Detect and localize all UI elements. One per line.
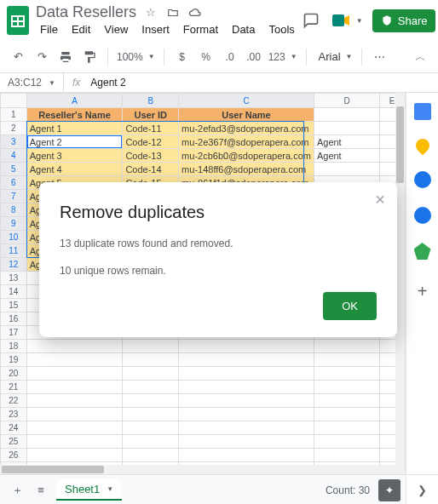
cell[interactable] (314, 394, 379, 408)
row-header[interactable]: 17 (1, 326, 27, 340)
cell[interactable] (179, 353, 314, 367)
cell[interactable] (314, 340, 379, 353)
cell[interactable] (26, 340, 123, 353)
cell[interactable] (179, 435, 314, 449)
all-sheets-icon[interactable]: ≡ (29, 478, 53, 502)
cell[interactable] (314, 163, 379, 176)
cell[interactable] (26, 435, 123, 449)
row-header[interactable]: 20 (1, 367, 27, 381)
row-header[interactable]: 2 (1, 122, 27, 135)
explore-icon[interactable]: ✦ (378, 479, 401, 501)
comment-history-icon[interactable] (301, 10, 321, 31)
sheets-logo[interactable] (7, 5, 29, 36)
cell[interactable] (123, 353, 179, 367)
keep-icon[interactable] (412, 136, 432, 156)
cell[interactable]: Agent 1 (26, 122, 123, 135)
side-panel-toggle-icon[interactable]: ❯ (406, 474, 438, 504)
row-header[interactable]: 25 (1, 435, 27, 449)
cell[interactable] (26, 381, 123, 394)
add-addon-icon[interactable]: + (418, 282, 428, 301)
cell[interactable] (179, 394, 314, 408)
menu-data[interactable]: Data (226, 21, 261, 37)
row-header[interactable]: 11 (1, 244, 27, 258)
cell[interactable]: Code-12 (123, 135, 179, 149)
cell[interactable]: Agent 2 (26, 135, 123, 149)
cell[interactable] (123, 421, 179, 435)
meet-icon[interactable]: ▼ (330, 9, 364, 32)
cell[interactable] (314, 449, 379, 462)
row-header[interactable]: 14 (1, 285, 27, 299)
cell[interactable]: mu-2cb6b0@sdoperapera.com (179, 149, 314, 163)
menu-view[interactable]: View (98, 21, 134, 37)
cell[interactable] (179, 421, 314, 435)
move-icon[interactable] (165, 5, 181, 20)
cell[interactable] (123, 381, 179, 394)
cell[interactable] (26, 408, 123, 421)
row-header[interactable]: 9 (1, 217, 27, 231)
cell[interactable] (26, 449, 123, 462)
row-header[interactable]: 26 (1, 449, 27, 462)
cell[interactable] (123, 408, 179, 421)
row-header[interactable]: 8 (1, 203, 27, 217)
row-header[interactable]: 6 (1, 176, 27, 190)
col-header-d[interactable]: D (314, 94, 379, 108)
cell[interactable] (314, 381, 379, 394)
row-header[interactable]: 12 (1, 258, 27, 272)
status-count[interactable]: Count: 30 (326, 484, 370, 496)
cell[interactable] (123, 340, 179, 353)
col-header-a[interactable]: A (26, 94, 123, 108)
font-selector[interactable]: Arial▼ (319, 50, 353, 63)
redo-icon[interactable]: ↷ (32, 48, 51, 66)
row-header[interactable]: 23 (1, 408, 27, 421)
row-header[interactable]: 15 (1, 299, 27, 312)
row-header[interactable]: 7 (1, 190, 27, 203)
name-box[interactable]: A3:C12▼ (0, 73, 64, 92)
cell[interactable] (123, 394, 179, 408)
sheet-tab[interactable]: Sheet1▼ (56, 479, 122, 501)
cell[interactable] (314, 421, 379, 435)
row-header[interactable]: 10 (1, 231, 27, 244)
zoom-selector[interactable]: 100%▼ (117, 51, 155, 63)
star-icon[interactable]: ☆ (143, 5, 158, 20)
row-header[interactable]: 5 (1, 163, 27, 176)
cell[interactable]: mu-2e367f@sdoperapera.com (179, 135, 314, 149)
paint-format-icon[interactable] (80, 48, 99, 66)
cell[interactable] (179, 340, 314, 353)
cell[interactable] (123, 435, 179, 449)
cell[interactable]: User ID (123, 108, 179, 122)
cell[interactable]: Agent 4 (26, 163, 123, 176)
cell[interactable] (179, 367, 314, 381)
cell[interactable] (179, 449, 314, 462)
corner-cell[interactable] (1, 94, 27, 108)
menu-insert[interactable]: Insert (135, 21, 176, 37)
print-icon[interactable] (56, 48, 75, 66)
cell[interactable] (314, 122, 379, 135)
cell[interactable] (26, 421, 123, 435)
row-header[interactable]: 3 (1, 135, 27, 149)
currency-icon[interactable]: $ (173, 48, 192, 66)
row-header[interactable]: 1 (1, 108, 27, 122)
row-header[interactable]: 4 (1, 149, 27, 163)
cell[interactable] (26, 394, 123, 408)
cell[interactable] (314, 108, 379, 122)
col-header-b[interactable]: B (123, 94, 179, 108)
collapse-toolbar-icon[interactable]: ︿ (411, 48, 429, 66)
undo-icon[interactable]: ↶ (9, 48, 27, 66)
cell[interactable] (179, 381, 314, 394)
cell[interactable] (123, 367, 179, 381)
cell[interactable]: mu-2efad3@sdoperapera.com (179, 122, 314, 135)
cell[interactable]: Code-13 (123, 149, 179, 163)
percent-icon[interactable]: % (197, 48, 216, 66)
cell[interactable] (26, 367, 123, 381)
horizontal-scrollbar[interactable] (0, 465, 395, 474)
cell[interactable] (314, 408, 379, 421)
ok-button[interactable]: OK (323, 292, 377, 320)
more-tools-icon[interactable]: ⋯ (371, 48, 389, 66)
cell[interactable] (179, 408, 314, 421)
decrease-decimal-icon[interactable]: .0 (221, 48, 239, 66)
number-format-selector[interactable]: 123▼ (268, 51, 297, 63)
formula-input[interactable]: Agent 2 (87, 77, 125, 89)
cell[interactable]: User Name (179, 108, 314, 122)
cell[interactable] (314, 435, 379, 449)
cell[interactable]: Code-11 (123, 122, 179, 135)
